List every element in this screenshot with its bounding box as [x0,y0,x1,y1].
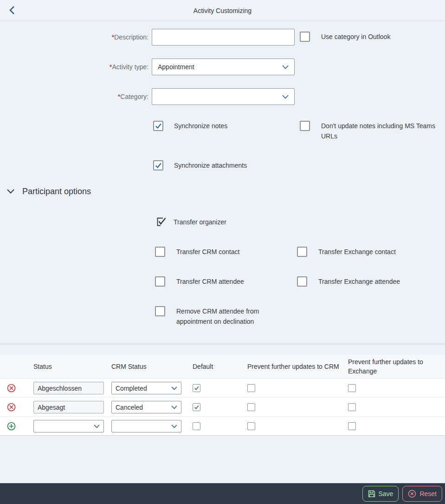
transfer-exchange-contact-label: Transfer Exchange contact [318,247,396,257]
table-row [0,417,445,436]
synchronize-attachments-label: Synchronize attachments [174,160,247,170]
description-label: *Description: [56,33,148,41]
chevron-down-icon [282,95,289,99]
status-input[interactable] [33,401,104,413]
chevron-down-icon [171,425,177,428]
check-icon [154,122,162,130]
check-icon [193,404,200,410]
transfer-organizer-label: Transfer organizer [174,217,226,227]
participant-options-title: Participant options [22,187,91,196]
column-header-default: Default [193,362,213,371]
column-header-prevent-exchange: Prevent further updates to Exchange [348,357,432,376]
status-mapping-table: Status CRM Status Default Prevent furthe… [0,355,445,436]
table-row: Completed [0,379,445,398]
default-checkbox[interactable] [193,384,200,392]
prevent-crm-checkbox[interactable] [247,422,255,430]
use-category-outlook-label: Use category in Outlook [321,32,390,42]
activity-type-label: *Activity type: [56,63,148,71]
crm-status-select[interactable] [111,420,181,432]
delete-row-button[interactable] [7,384,16,393]
reset-label: Reset [419,490,437,497]
synchronize-notes-checkbox[interactable] [153,121,163,131]
footer-bar: Save Reset [0,483,445,504]
dont-update-notes-label: Don't update notes including MS Teams UR… [321,121,439,141]
use-category-outlook-checkbox[interactable] [300,32,310,42]
transfer-crm-attendee-label: Transfer CRM attendee [176,276,244,287]
status-input[interactable] [33,382,104,394]
prevent-exchange-checkbox[interactable] [348,422,356,430]
prevent-exchange-checkbox[interactable] [348,384,356,392]
chevron-down-icon [171,386,177,390]
synchronize-notes-label: Synchronize notes [174,121,227,131]
save-icon [368,490,375,497]
delete-icon [7,403,16,412]
status-select[interactable] [33,420,104,432]
reset-icon [408,490,416,498]
transfer-exchange-attendee-label: Transfer Exchange attendee [318,276,400,287]
add-icon [7,422,16,431]
default-checkbox[interactable] [193,403,200,411]
delete-row-button[interactable] [7,403,16,412]
dont-update-notes-checkbox[interactable] [300,121,310,131]
table-row: Canceled [0,398,445,417]
prevent-crm-checkbox[interactable] [247,403,255,411]
transfer-crm-attendee-checkbox[interactable] [155,276,165,287]
activity-customizing-page: Activity Customizing *Description: Use c… [0,0,445,504]
delete-icon [7,384,16,393]
prevent-exchange-checkbox[interactable] [348,403,356,411]
column-header-prevent-crm: Prevent further updates to CRM [247,362,339,371]
crm-status-select[interactable]: Completed [111,382,181,394]
chevron-down-icon [94,425,100,428]
prevent-crm-checkbox[interactable] [247,384,255,392]
column-header-crm-status: CRM Status [111,362,146,371]
transfer-organizer-checkbox[interactable] [156,216,167,227]
transfer-exchange-contact-checkbox[interactable] [297,247,307,257]
activity-type-select[interactable]: Appointment [152,59,295,75]
category-select[interactable] [152,88,295,105]
save-label: Save [379,490,393,497]
participant-options-collapse-icon[interactable] [6,188,15,195]
table-header-row: Status CRM Status Default Prevent furthe… [0,355,445,379]
chevron-down-icon [171,406,177,409]
check-icon [154,161,162,170]
description-input[interactable] [152,29,295,46]
crm-status-select[interactable]: Canceled [111,401,181,413]
reset-button[interactable]: Reset [402,486,442,502]
default-checkbox[interactable] [193,422,200,430]
transfer-crm-contact-label: Transfer CRM contact [176,247,239,257]
synchronize-attachments-checkbox[interactable] [153,160,163,170]
header-bar: Activity Customizing [0,0,445,21]
category-label: *Category: [56,93,148,100]
check-icon [193,385,200,391]
transfer-crm-contact-checkbox[interactable] [155,247,165,257]
transfer-exchange-attendee-checkbox[interactable] [297,276,307,287]
page-title: Activity Customizing [0,0,445,21]
chevron-down-icon [282,65,289,69]
column-header-status: Status [33,362,52,371]
remove-crm-attendee-checkbox[interactable] [155,306,165,316]
add-row-button[interactable] [7,422,16,431]
form-bottom-divider [0,344,445,344]
remove-crm-attendee-label: Remove CRM attendee from appointment on … [176,306,267,327]
save-button[interactable]: Save [362,486,399,502]
activity-type-value: Appointment [158,63,282,71]
